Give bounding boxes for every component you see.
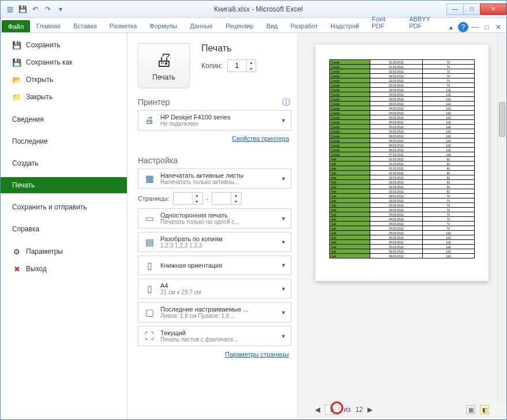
sidebar-label: Параметры (26, 247, 63, 256)
papersize-dropdown[interactable]: ▯ A421 см x 29,7 см ▼ (138, 279, 291, 299)
orientation-dropdown[interactable]: ▯ Книжная ориентация ▼ (138, 256, 291, 275)
tab-data[interactable]: Данные (183, 20, 219, 32)
chevron-down-icon: ▼ (281, 333, 286, 339)
copies-spinner[interactable]: ▲▼ (227, 59, 256, 72)
tab-formulas[interactable]: Формулы (143, 20, 183, 32)
spinner-up-icon[interactable]: ▲ (231, 192, 240, 198)
sheets-icon: ▦ (143, 172, 156, 185)
print-button-label: Печать (152, 73, 175, 81)
sidebar-label: Сохранить (26, 41, 61, 49)
spinner-down-icon[interactable]: ▼ (231, 198, 240, 205)
a4-icon: ▯ (143, 283, 156, 295)
scrollbar-thumb[interactable] (499, 102, 505, 137)
pages-label: Страницы: (138, 195, 170, 202)
tab-abbyy[interactable]: ABBYY PDF (403, 13, 446, 32)
spinner-down-icon[interactable]: ▼ (247, 66, 256, 72)
tab-addins[interactable]: Надстрой (324, 20, 365, 32)
margins-icon: ▢ (143, 306, 156, 319)
print-button[interactable]: 🖨 Печать (138, 43, 190, 88)
scaling-dropdown[interactable]: ⛶ ТекущийПечать листов с фактическ... ▼ (138, 326, 291, 346)
closefile-icon: 📁 (12, 92, 21, 102)
doc-restore-icon[interactable]: □ (482, 22, 491, 32)
margins-dropdown[interactable]: ▢ Последние настраиваемые ...Левое: 1,8 … (138, 302, 291, 322)
page-to-input[interactable] (212, 194, 231, 202)
print-preview: Сахар01.03.201272Сахар01.03.201272Сахар0… (298, 33, 506, 419)
next-page-button[interactable]: ▶ (367, 406, 373, 414)
printer-name: HP Deskjet F4100 series (160, 114, 276, 121)
print-settings-panel: 🖨 Печать Печать Копии: ▲▼ Принтер (127, 33, 298, 419)
sidebar-help[interactable]: Справка (1, 221, 127, 237)
sidebar-share[interactable]: Сохранить и отправить (1, 199, 127, 215)
page-of-label: из (344, 406, 351, 414)
close-button[interactable]: ✕ (480, 3, 506, 15)
maximize-button[interactable]: □ (463, 3, 480, 15)
saveas-icon: 💾 (12, 58, 21, 67)
sidebar-label: Открыть (26, 76, 53, 84)
spinner-down-icon[interactable]: ▼ (193, 198, 201, 205)
chevron-down-icon: ▼ (281, 310, 286, 316)
sidebar-label: Сохранить как (26, 58, 72, 66)
ribbon-min-icon[interactable]: ▴ (446, 22, 456, 32)
excel-icon: ▥ (5, 5, 14, 14)
copies-input[interactable] (228, 62, 246, 70)
help-icon[interactable]: ? (458, 22, 468, 32)
page-setup-link[interactable]: Параметры страницы (138, 350, 291, 362)
redo-icon[interactable]: ↷ (43, 5, 52, 14)
undo-icon[interactable]: ↶ (31, 5, 40, 14)
collate-dropdown[interactable]: ▤ Разобрать по копиям1,2,3 1,2,3 1,2,3 ▼ (138, 232, 291, 252)
show-margins-button[interactable]: ▦ (466, 405, 475, 414)
print-what-dropdown[interactable]: ▦ Напечатать активные листыНапечатать то… (138, 168, 291, 189)
doc-min-icon[interactable]: — (471, 22, 480, 32)
dd-subtitle: 1,2,3 1,2,3 1,2,3 (160, 242, 276, 249)
tab-pagelayout[interactable]: Разметка (103, 20, 144, 32)
sidebar-saveas[interactable]: 💾Сохранить как (1, 54, 127, 71)
sidebar-info[interactable]: Сведения (1, 111, 127, 127)
dd-title: Последние настраиваемые ... (160, 306, 276, 313)
chevron-down-icon: ▼ (281, 262, 286, 268)
print-heading: Печать (201, 43, 256, 54)
copies-label: Копии: (201, 62, 223, 70)
sidebar-save[interactable]: 💾Сохранить (1, 36, 127, 54)
sidebar-options[interactable]: ⚙Параметры (1, 243, 127, 260)
exit-icon: ✖ (12, 264, 21, 273)
info-icon[interactable]: ⓘ (282, 97, 290, 108)
tab-file[interactable]: Файл (2, 20, 30, 32)
printer-properties-link[interactable]: Свойства принтера (138, 134, 291, 147)
spinner-up-icon[interactable]: ▲ (247, 59, 256, 66)
sidebar-label: Создать (12, 159, 39, 167)
tab-foxit[interactable]: Foxit PDF (365, 13, 403, 32)
sidebar-close[interactable]: 📁Закрыть (1, 88, 127, 106)
tab-developer[interactable]: Разработ (284, 20, 324, 32)
sidebar-recent[interactable]: Последние (1, 133, 127, 149)
prev-page-button[interactable]: ◀ (315, 406, 320, 414)
sidebar-open[interactable]: 📂Открыть (1, 71, 127, 88)
zoom-page-button[interactable]: ◧ (480, 405, 489, 414)
dd-subtitle: Печатать только на одной с... (160, 219, 276, 225)
sidebar-print[interactable]: Печать (1, 177, 127, 193)
page-to-spinner[interactable]: ▲▼ (212, 192, 242, 205)
sidebar-exit[interactable]: ✖Выход (1, 260, 127, 278)
page-from-input[interactable] (174, 194, 192, 202)
current-page: 5 (325, 404, 339, 415)
dd-title: Односторонняя печать (160, 212, 276, 219)
sidebar-label: Печать (12, 181, 35, 189)
sidebar-label: Сохранить и отправить (12, 203, 87, 211)
dd-title: Книжная ориентация (160, 262, 276, 269)
tab-view[interactable]: Вид (260, 20, 284, 32)
page-from-spinner[interactable]: ▲▼ (173, 192, 203, 205)
dd-subtitle: Напечатать только активны... (160, 179, 276, 185)
qat-dropdown-icon[interactable]: ▾ (56, 5, 65, 14)
sidebar-label: Справка (12, 225, 39, 233)
sidebar-new[interactable]: Создать (1, 155, 127, 171)
tab-review[interactable]: Рецензир (219, 20, 260, 32)
minimize-button[interactable]: — (446, 3, 464, 15)
open-icon: 📂 (12, 75, 21, 84)
sides-dropdown[interactable]: ▭ Односторонняя печатьПечатать только на… (138, 208, 291, 228)
tab-insert[interactable]: Вставка (67, 20, 103, 32)
spinner-up-icon[interactable]: ▲ (193, 192, 201, 198)
vertical-scrollbar[interactable] (497, 33, 506, 403)
tab-home[interactable]: Главная (30, 20, 67, 32)
doc-close-icon[interactable]: ✕ (494, 22, 503, 32)
save-icon[interactable]: 💾 (18, 5, 27, 14)
printer-dropdown[interactable]: 🖨 HP Deskjet F4100 series Не подключен ▼ (138, 110, 291, 130)
